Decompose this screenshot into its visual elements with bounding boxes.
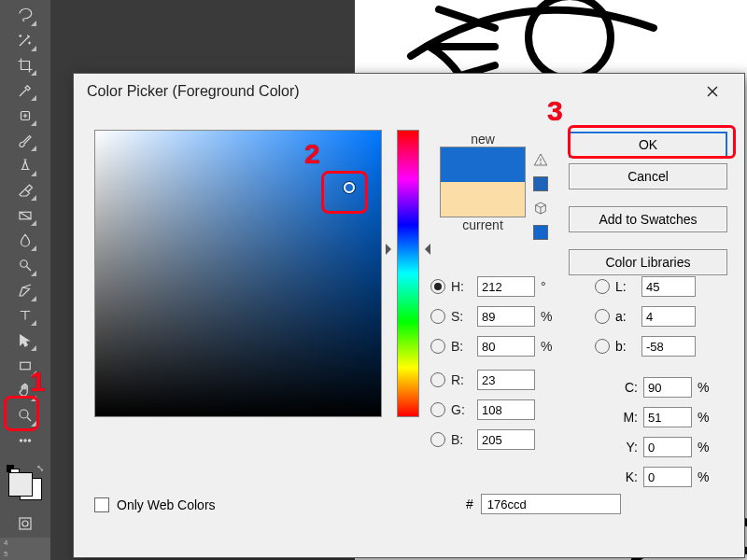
hue-label: H: bbox=[451, 279, 472, 294]
current-color-label: current bbox=[440, 217, 526, 232]
lab-l-label: L: bbox=[615, 279, 636, 294]
cmyk-c-input[interactable] bbox=[643, 377, 692, 398]
cmyk-m-label: M: bbox=[619, 410, 638, 425]
red-radio[interactable] bbox=[430, 372, 445, 387]
blue-radio[interactable] bbox=[430, 432, 445, 447]
ruler-readout: 4 5 0 bbox=[0, 538, 50, 560]
red-label: R: bbox=[451, 372, 472, 387]
color-field-marker[interactable] bbox=[344, 182, 355, 193]
add-to-swatches-button[interactable]: Add to Swatches bbox=[569, 206, 727, 232]
color-preview bbox=[440, 147, 526, 217]
eyedropper-tool[interactable] bbox=[13, 78, 37, 102]
lab-a-radio[interactable] bbox=[595, 309, 610, 324]
brightness-radio[interactable] bbox=[430, 339, 445, 354]
quick-mask-toggle[interactable] bbox=[13, 511, 37, 535]
lab-l-radio[interactable] bbox=[595, 279, 610, 294]
edit-toolbar[interactable] bbox=[13, 429, 37, 453]
gamut-nearest-swatch[interactable] bbox=[533, 176, 548, 191]
gradient-tool[interactable] bbox=[13, 203, 37, 227]
blue-input[interactable] bbox=[477, 429, 535, 450]
green-label: G: bbox=[451, 402, 472, 417]
foreground-color-swatch[interactable] bbox=[8, 472, 33, 497]
pen-tool[interactable] bbox=[13, 279, 37, 302]
svg-point-8 bbox=[28, 440, 30, 441]
magic-wand-tool[interactable] bbox=[13, 29, 37, 52]
brightness-label: B: bbox=[451, 339, 472, 354]
hex-prefix: # bbox=[466, 497, 473, 511]
lasso-tool[interactable] bbox=[13, 4, 37, 27]
svg-point-5 bbox=[20, 410, 28, 418]
annotation-number-3: 3 bbox=[547, 95, 563, 127]
tools-panel: ⤡ 4 5 0 bbox=[0, 0, 50, 560]
red-input[interactable] bbox=[477, 370, 535, 390]
path-select-tool[interactable] bbox=[13, 329, 37, 352]
color-picker-dialog: Color Picker (Foreground Color) new curr… bbox=[73, 73, 745, 558]
svg-rect-4 bbox=[21, 362, 31, 370]
websafe-warning-icon[interactable] bbox=[533, 201, 548, 216]
hex-input[interactable] bbox=[481, 494, 621, 514]
new-color-swatch[interactable] bbox=[441, 147, 525, 182]
svg-point-12 bbox=[540, 162, 541, 163]
foreground-background-swatch[interactable]: ⤡ bbox=[7, 463, 44, 502]
ok-button[interactable]: OK bbox=[569, 132, 727, 158]
crop-tool[interactable] bbox=[13, 54, 37, 77]
cmyk-k-input[interactable] bbox=[643, 467, 692, 487]
blur-tool[interactable] bbox=[13, 229, 37, 252]
cancel-button[interactable]: Cancel bbox=[569, 163, 727, 189]
svg-point-10 bbox=[22, 521, 28, 526]
clone-stamp-tool[interactable] bbox=[13, 154, 37, 177]
svg-rect-9 bbox=[20, 518, 31, 529]
hue-input[interactable] bbox=[477, 276, 535, 297]
gamut-warning-icon[interactable] bbox=[533, 152, 548, 167]
lab-b-label: b: bbox=[615, 339, 636, 354]
green-input[interactable] bbox=[477, 399, 535, 420]
current-color-swatch[interactable] bbox=[441, 182, 525, 217]
annotation-number-2: 2 bbox=[304, 138, 320, 170]
hue-radio[interactable] bbox=[430, 279, 445, 294]
hue-slider[interactable] bbox=[397, 130, 419, 417]
saturation-label: S: bbox=[451, 309, 472, 324]
cmyk-m-input[interactable] bbox=[643, 407, 692, 427]
only-web-colors-checkbox[interactable] bbox=[94, 497, 109, 512]
close-icon bbox=[706, 85, 719, 98]
color-field[interactable] bbox=[94, 130, 382, 417]
websafe-nearest-swatch[interactable] bbox=[533, 225, 548, 240]
cmyk-y-label: Y: bbox=[619, 440, 638, 455]
new-color-label: new bbox=[440, 132, 526, 147]
lab-a-label: a: bbox=[615, 309, 636, 324]
blue-label: B: bbox=[451, 432, 472, 447]
lab-b-radio[interactable] bbox=[595, 339, 610, 354]
brush-tool[interactable] bbox=[13, 129, 37, 152]
close-button[interactable] bbox=[694, 77, 731, 105]
lab-a-input[interactable] bbox=[641, 306, 696, 327]
svg-point-6 bbox=[20, 440, 21, 441]
swap-colors-icon[interactable]: ⤡ bbox=[36, 463, 44, 473]
brightness-input[interactable] bbox=[477, 336, 535, 357]
saturation-input[interactable] bbox=[477, 306, 535, 327]
svg-point-3 bbox=[21, 260, 28, 268]
lab-b-input[interactable] bbox=[641, 336, 696, 357]
eraser-tool[interactable] bbox=[13, 179, 37, 203]
dialog-title: Color Picker (Foreground Color) bbox=[87, 83, 300, 100]
cmyk-c-label: C: bbox=[619, 380, 638, 395]
spot-heal-tool[interactable] bbox=[13, 104, 37, 127]
dodge-tool[interactable] bbox=[13, 254, 37, 277]
svg-point-7 bbox=[24, 440, 26, 441]
annotation-number-1: 1 bbox=[30, 366, 46, 398]
hue-unit: ° bbox=[541, 279, 556, 294]
zoom-tool[interactable] bbox=[13, 404, 37, 427]
cmyk-k-label: K: bbox=[619, 469, 638, 484]
saturation-radio[interactable] bbox=[430, 309, 445, 324]
lab-l-input[interactable] bbox=[641, 276, 696, 297]
type-tool[interactable] bbox=[13, 304, 37, 328]
only-web-colors-label: Only Web Colors bbox=[117, 497, 216, 512]
cmyk-y-input[interactable] bbox=[643, 437, 692, 457]
green-radio[interactable] bbox=[430, 402, 445, 417]
